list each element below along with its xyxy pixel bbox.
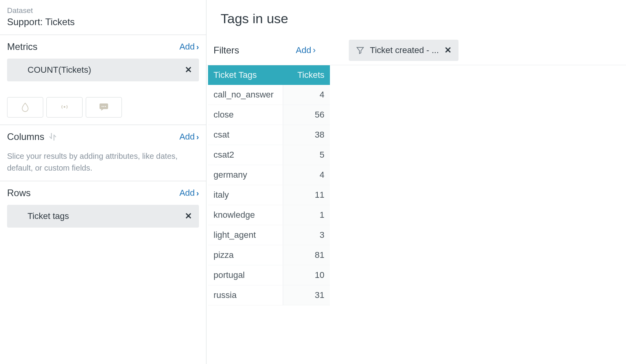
columns-hint: Slice your results by adding attributes,…	[0, 150, 206, 181]
table-cell-tickets: 81	[283, 245, 330, 265]
main-area: Tags in use Filters Add › Ticket created…	[206, 0, 626, 364]
table-cell-tag: call_no_answer	[208, 85, 283, 105]
row-chip-remove-icon[interactable]: ✕	[185, 212, 192, 221]
table-row[interactable]: light_agent3	[208, 225, 330, 245]
table-row[interactable]: russia31	[208, 285, 330, 305]
row-chip[interactable]: Ticket tags ✕	[7, 205, 199, 228]
svg-point-1	[101, 106, 103, 107]
metric-chip-remove-icon[interactable]: ✕	[185, 66, 192, 74]
table-row[interactable]: knowledge1	[208, 205, 330, 225]
row-chip-label: Ticket tags	[28, 211, 69, 221]
metrics-title: Metrics	[7, 41, 37, 52]
results-table: Ticket Tags Tickets call_no_answer4close…	[208, 65, 330, 305]
columns-add-label: Add	[179, 132, 195, 142]
rows-add-label: Add	[179, 188, 195, 198]
table-cell-tag: portugal	[208, 265, 283, 285]
metric-chip-label: COUNT(Tickets)	[28, 65, 91, 75]
rows-add-button[interactable]: Add ›	[179, 188, 199, 198]
table-cell-tag: close	[208, 105, 283, 125]
table-cell-tickets: 4	[283, 165, 330, 185]
table-row[interactable]: csat25	[208, 145, 330, 165]
dataset-value[interactable]: Support: Tickets	[7, 17, 199, 28]
broadcast-icon	[59, 102, 70, 113]
table-cell-tag: russia	[208, 285, 283, 305]
filter-chip-remove-icon[interactable]: ✕	[444, 45, 451, 55]
table-cell-tickets: 10	[283, 265, 330, 285]
filters-label: Filters	[214, 45, 239, 56]
rows-title: Rows	[7, 188, 31, 199]
table-cell-tickets: 3	[283, 225, 330, 245]
table-cell-tag: italy	[208, 185, 283, 205]
table-header-tags[interactable]: Ticket Tags	[208, 65, 283, 85]
table-row[interactable]: portugal10	[208, 265, 330, 285]
report-header: Tags in use	[206, 0, 626, 36]
metrics-add-label: Add	[179, 42, 195, 52]
drop-icon	[20, 102, 30, 113]
table-cell-tickets: 11	[283, 185, 330, 205]
chevron-right-icon: ›	[196, 189, 199, 197]
dataset-label: Dataset	[7, 6, 199, 15]
table-row[interactable]: italy11	[208, 185, 330, 205]
columns-title: Columns	[7, 131, 58, 142]
table-cell-tickets: 38	[283, 125, 330, 145]
table-cell-tickets: 56	[283, 105, 330, 125]
table-cell-tickets: 1	[283, 205, 330, 225]
table-header-tickets[interactable]: Tickets	[283, 65, 330, 85]
table-cell-tag: pizza	[208, 245, 283, 265]
svg-point-2	[103, 106, 105, 107]
metrics-section: Metrics Add › COUNT(Tickets) ✕	[0, 35, 206, 125]
filter-chip-label: Ticket created - ...	[370, 45, 439, 55]
table-row[interactable]: call_no_answer4	[208, 85, 330, 105]
chart-type-drop-button[interactable]	[7, 97, 43, 118]
chevron-right-icon: ›	[196, 133, 199, 141]
chart-type-live-button[interactable]	[46, 97, 83, 118]
table-row[interactable]: csat38	[208, 125, 330, 145]
columns-add-button[interactable]: Add ›	[179, 132, 199, 142]
table-cell-tag: germany	[208, 165, 283, 185]
chevron-right-icon: ›	[196, 43, 199, 51]
funnel-icon	[356, 46, 365, 55]
metrics-add-button[interactable]: Add ›	[179, 42, 199, 52]
metric-chip[interactable]: COUNT(Tickets) ✕	[7, 59, 199, 81]
config-sidebar: Dataset Support: Tickets Metrics Add › C…	[0, 0, 206, 364]
table-cell-tag: csat2	[208, 145, 283, 165]
filters-add-label: Add	[296, 45, 311, 55]
chart-type-chat-button[interactable]	[86, 97, 122, 118]
table-cell-tag: knowledge	[208, 205, 283, 225]
swap-icon[interactable]	[48, 132, 58, 142]
rows-section: Rows Add › Ticket tags ✕	[0, 181, 206, 235]
dataset-section: Dataset Support: Tickets	[0, 0, 206, 35]
filters-row: Filters Add › Ticket created - ... ✕	[206, 36, 626, 65]
table-row[interactable]: close56	[208, 105, 330, 125]
table-cell-tag: light_agent	[208, 225, 283, 245]
svg-point-0	[64, 106, 65, 107]
columns-title-text: Columns	[7, 131, 44, 142]
filter-chip[interactable]: Ticket created - ... ✕	[349, 40, 458, 61]
chevron-right-icon: ›	[313, 45, 316, 55]
table-cell-tickets: 31	[283, 285, 330, 305]
table-row[interactable]: pizza81	[208, 245, 330, 265]
chart-type-row	[7, 97, 199, 118]
chat-icon	[99, 102, 109, 113]
table-row[interactable]: germany4	[208, 165, 330, 185]
table-cell-tickets: 4	[283, 85, 330, 105]
report-title: Tags in use	[221, 11, 612, 26]
results-table-wrap: Ticket Tags Tickets call_no_answer4close…	[206, 65, 626, 305]
table-cell-tag: csat	[208, 125, 283, 145]
table-cell-tickets: 5	[283, 145, 330, 165]
svg-point-3	[105, 106, 106, 107]
filters-add-button[interactable]: Add ›	[296, 45, 315, 55]
columns-section: Columns Add ›	[0, 125, 206, 150]
